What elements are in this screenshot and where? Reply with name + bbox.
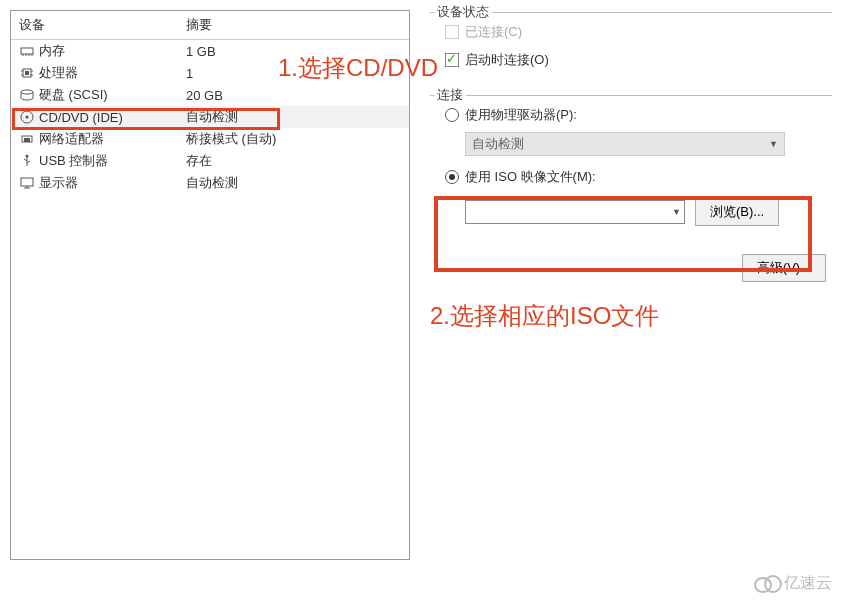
connection-group: 连接 使用物理驱动器(P): 自动检测 ▼ 使用 ISO 映像文件(M): ▼ … [430,95,832,230]
cpu-icon [19,65,35,81]
column-header-summary[interactable]: 摘要 [186,16,409,34]
device-rows: 内存 1 GB 处理器 1 硬盘 [11,40,409,559]
watermark-text: 亿速云 [784,573,832,594]
device-row-network[interactable]: 网络适配器 桥接模式 (自动) [11,128,409,150]
svg-rect-18 [21,178,33,186]
device-status-legend: 设备状态 [434,3,492,21]
device-summary: 1 GB [186,44,409,59]
device-summary: 自动检测 [186,174,409,192]
device-row-usb[interactable]: USB 控制器 存在 [11,150,409,172]
display-icon [19,175,35,191]
device-row-cddvd[interactable]: CD/DVD (IDE) 自动检测 [11,106,409,128]
iso-file-combobox[interactable]: ▼ [465,200,685,224]
memory-icon [19,43,35,59]
cloud-icon [754,575,780,593]
device-list-header: 设备 摘要 [11,11,409,40]
usb-icon [19,153,35,169]
device-summary: 桥接模式 (自动) [186,130,409,148]
physical-drive-label[interactable]: 使用物理驱动器(P): [465,106,577,124]
device-label: 硬盘 (SCSI) [39,86,108,104]
device-label: 网络适配器 [39,130,104,148]
physical-drive-select: 自动检测 ▼ [465,132,785,156]
chevron-down-icon: ▼ [769,139,778,149]
device-row-memory[interactable]: 内存 1 GB [11,40,409,62]
iso-file-label[interactable]: 使用 ISO 映像文件(M): [465,168,596,186]
svg-point-11 [21,90,33,94]
chevron-down-icon[interactable]: ▼ [672,207,681,217]
network-icon [19,131,35,147]
connected-checkbox [445,25,459,39]
advanced-button[interactable]: 高级(V)... [742,254,826,282]
device-status-group: 设备状态 已连接(C) 启动时连接(O) [430,12,832,81]
device-label: USB 控制器 [39,152,108,170]
column-header-device[interactable]: 设备 [11,16,186,34]
device-summary: 存在 [186,152,409,170]
connected-label: 已连接(C) [465,23,522,41]
cd-icon [19,109,35,125]
connect-at-power-on-checkbox[interactable] [445,53,459,67]
device-label: 处理器 [39,64,78,82]
svg-rect-15 [24,138,30,142]
svg-rect-0 [21,48,33,54]
device-label: CD/DVD (IDE) [39,110,123,125]
disk-icon [19,87,35,103]
iso-file-radio[interactable] [445,170,459,184]
device-summary: 自动检测 [186,108,409,126]
device-row-disk[interactable]: 硬盘 (SCSI) 20 GB [11,84,409,106]
device-label: 显示器 [39,174,78,192]
browse-button[interactable]: 浏览(B)... [695,198,779,226]
device-row-cpu[interactable]: 处理器 1 [11,62,409,84]
watermark: 亿速云 [754,573,832,594]
device-settings-panel: 设备状态 已连接(C) 启动时连接(O) 连接 使用物理驱动器(P): 自动检测… [430,10,832,560]
device-row-display[interactable]: 显示器 自动检测 [11,172,409,194]
device-label: 内存 [39,42,65,60]
physical-drive-value: 自动检测 [472,135,524,153]
device-list-panel: 设备 摘要 内存 1 GB 处理器 [10,10,410,560]
device-summary: 1 [186,66,409,81]
connection-legend: 连接 [434,86,466,104]
svg-point-13 [26,116,29,119]
svg-rect-6 [25,71,29,75]
device-summary: 20 GB [186,88,409,103]
physical-drive-radio[interactable] [445,108,459,122]
connect-at-power-on-label[interactable]: 启动时连接(O) [465,51,549,69]
